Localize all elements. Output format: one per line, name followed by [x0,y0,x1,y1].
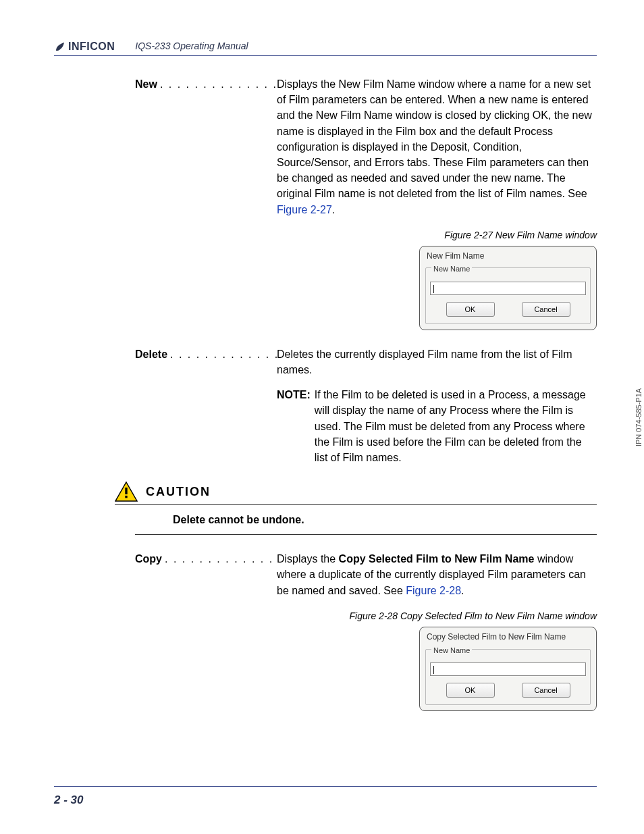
manual-title: IQS-233 Operating Manual [135,41,248,53]
desc-copy: Displays the Copy Selected Film to New F… [277,551,597,598]
caution-block: CAUTION Delete cannot be undone. [135,481,597,535]
note-label: NOTE: [277,387,311,465]
desc-copy-pre: Displays the [277,553,339,565]
desc-new-text: Displays the New Film Name window where … [277,78,592,199]
note-block: NOTE: If the Film to be deleted is used … [277,387,597,465]
dialog-new-film-name: New Film Name New Name OK Cancel [419,246,597,330]
new-name-input[interactable] [430,662,586,676]
term-delete: Delete [135,346,167,362]
desc-copy-bold: Copy Selected Film to New Film Name [339,553,535,565]
brand-text: INFICON [68,41,115,53]
leader-dots: . . . . . . . . . . . . . . . . . . . . … [162,551,277,567]
svg-rect-1 [125,488,127,494]
ok-button[interactable]: OK [446,302,495,317]
desc-new: Displays the New Film Name window where … [277,76,597,217]
dialog-title: Copy Selected Film to New Film Name [425,631,591,643]
dialog-group-label: New Name [431,646,472,654]
dialog-copy-film: Copy Selected Film to New Film Name New … [419,627,597,711]
new-name-input[interactable] [430,282,586,295]
definition-copy: Copy . . . . . . . . . . . . . . . . . .… [135,551,597,598]
note-text: If the Film to be deleted is used in a P… [315,387,597,465]
desc-delete: Deletes the currently displayed Film nam… [277,346,597,465]
ok-button[interactable]: OK [446,683,495,698]
cancel-button[interactable]: Cancel [522,302,570,317]
brand-logo: INFICON [54,41,115,53]
definition-new: New . . . . . . . . . . . . . . . . . . … [135,76,597,217]
page-number: 2 - 30 [54,793,83,807]
dialog-group-new-name: New Name OK Cancel [425,649,591,705]
figure-ref-2-28[interactable]: Figure 2-28 [406,585,461,596]
caution-title: CAUTION [146,483,211,500]
desc-delete-text: Deletes the currently displayed Film nam… [277,348,572,375]
leader-dots: . . . . . . . . . . . . . . . . . . . . … [167,346,277,362]
leader-dots: . . . . . . . . . . . . . . . . . . . . … [157,76,277,92]
term-new: New [135,76,157,92]
definition-delete: Delete . . . . . . . . . . . . . . . . .… [135,346,597,465]
leaf-icon [54,41,66,53]
dialog-group-label: New Name [431,265,472,273]
dialog-title: New Film Name [425,251,591,262]
figure-ref-2-27[interactable]: Figure 2-27 [277,204,332,215]
warning-icon [115,481,138,502]
svg-rect-2 [125,496,127,498]
ipn-code: IPN 074-585-P1A [635,388,643,446]
term-copy: Copy [135,551,162,567]
cancel-button[interactable]: Cancel [522,683,570,698]
period: . [332,204,335,215]
figure-2-28-caption: Figure 2-28 Copy Selected Film to New Fi… [135,609,597,623]
period: . [461,585,464,596]
footer-rule [54,786,597,787]
page-header: INFICON IQS-233 Operating Manual [54,41,597,56]
caution-body: Delete cannot be undone. [135,512,597,535]
dialog-group-new-name: New Name OK Cancel [425,267,591,323]
figure-2-27-caption: Figure 2-27 New Film Name window [135,228,597,242]
